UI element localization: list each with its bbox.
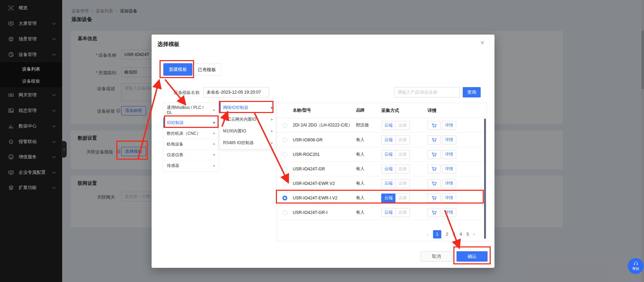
confirm-button[interactable]: 确认 — [456, 251, 488, 262]
header-collect-mode: 采集方式 — [381, 107, 427, 114]
detail-button[interactable]: 详情 — [442, 179, 456, 188]
sidebar-item-device-list[interactable]: 设备列表 — [0, 63, 62, 75]
radio-button[interactable] — [282, 138, 287, 142]
collect-edge-button[interactable]: 边缘 — [395, 208, 410, 217]
table-row[interactable]: USR-IO424T-EWR V2 有人 云端边缘 详情 — [277, 176, 487, 191]
tab-existing-template[interactable]: 已有模板 — [192, 63, 221, 76]
category-item-electromechanical[interactable]: 机电设备▶ — [163, 139, 218, 150]
radio-button-checked[interactable] — [282, 196, 287, 200]
cart-button[interactable] — [427, 208, 441, 217]
template-name-input[interactable] — [203, 87, 269, 97]
table-row[interactable]: USR-IO424T-GR-I 有人 云端边缘 详情 — [277, 205, 487, 220]
sidebar-item-device-mgmt[interactable]: 设备管理 — [0, 49, 62, 60]
collect-cloud-button[interactable]: 云端 — [381, 164, 396, 173]
table-row[interactable]: USR-ROC201 有人 云端边缘 详情 — [277, 147, 487, 162]
table-row-selected[interactable]: USR-IO424T-EWR-I V2 有人 云端边缘 详情 — [277, 191, 487, 205]
pagination-page-2[interactable]: 2 — [446, 232, 448, 237]
collect-edge-button[interactable]: 边缘 — [395, 194, 410, 203]
collect-cloud-button[interactable]: 云端 — [381, 135, 396, 144]
detail-button[interactable]: 详情 — [442, 135, 456, 144]
enterprise-icon — [8, 170, 14, 175]
cart-icon — [431, 195, 437, 201]
table-scrollbar[interactable] — [484, 119, 486, 239]
overview-icon — [8, 5, 14, 11]
table-row[interactable]: 2DI 2AI 2DO（LH-IO222-C/E） 郎汉德 云端边缘 详情 — [277, 118, 487, 133]
pagination-page-1[interactable]: 1 — [433, 230, 441, 238]
cart-button[interactable] — [427, 135, 441, 144]
category-item-sensor[interactable]: 传感器▶ — [163, 160, 218, 171]
pagination-page-3[interactable]: 3 — [453, 232, 455, 237]
table-row[interactable]: USR-IO808-GR 有人 云端边缘 详情 — [277, 133, 487, 147]
category-item-io-controller[interactable]: IO控制器▶ — [163, 118, 218, 128]
select-template-modal: 选择模板 × 新建模板 已有模板 设备模板名称 查询 通用Modbus / PL… — [152, 35, 494, 268]
cart-icon — [431, 137, 437, 143]
detail-button[interactable]: 详情 — [442, 208, 456, 217]
device-model-name: USR-IO424T-GR-I — [293, 210, 356, 215]
collect-edge-button[interactable]: 边缘 — [395, 135, 410, 144]
collect-edge-button[interactable]: 边缘 — [395, 164, 410, 173]
product-search-input[interactable] — [394, 87, 460, 97]
cart-button[interactable] — [427, 179, 441, 188]
close-icon[interactable]: × — [480, 39, 484, 47]
collect-cloud-button[interactable]: 云端 — [381, 179, 396, 188]
subcategory-item-plc-cloud-io[interactable]: PLC云网关内置IO▶ — [220, 113, 276, 125]
sidebar-item-value-services[interactable]: 增值服务 — [0, 152, 62, 162]
sidebar-item-overview[interactable]: 概览 — [0, 3, 62, 13]
collect-cloud-button[interactable]: 云端 — [381, 208, 396, 217]
sidebar-item-configuration-mgmt[interactable]: 组态管理 — [0, 105, 62, 116]
arrow-right-icon: ▶ — [213, 109, 215, 112]
arrow-right-icon: ▶ — [213, 121, 215, 124]
cancel-button[interactable]: 取消 — [421, 251, 452, 262]
cart-icon — [431, 166, 437, 172]
collect-edge-button[interactable]: 边缘 — [395, 179, 410, 188]
cart-button[interactable] — [427, 194, 441, 203]
chevron-down-icon — [52, 21, 56, 25]
detail-button[interactable]: 详情 — [442, 150, 456, 159]
device-brand: 有人 — [356, 166, 381, 172]
subcategory-item-rs485-io[interactable]: RS485 IO控制器▶ — [220, 137, 276, 149]
collect-edge-button[interactable]: 边缘 — [395, 121, 410, 130]
search-button[interactable]: 查询 — [463, 87, 481, 97]
collect-cloud-button[interactable]: 云端 — [381, 150, 396, 159]
radio-button[interactable] — [282, 181, 287, 186]
sidebar-item-alarm-linkage[interactable]: 报警联动 — [0, 137, 62, 147]
sidebar-item-screen-mgmt[interactable]: 大屏管理 — [0, 18, 62, 29]
cart-button[interactable] — [427, 121, 441, 130]
help-button[interactable]: 帮助 — [628, 258, 644, 274]
collect-edge-button[interactable]: 边缘 — [395, 150, 410, 159]
detail-button[interactable]: 详情 — [442, 164, 456, 173]
subcategory-item-m100-io[interactable]: M100内置IO▶ — [220, 125, 276, 137]
detail-button[interactable]: 详情 — [442, 121, 456, 130]
subcategory-label: PLC云网关内置IO — [223, 116, 256, 122]
radio-button[interactable] — [282, 123, 287, 128]
sidebar-item-scene-mgmt[interactable]: 场景管理 — [0, 34, 62, 44]
category-item-modbus-plc[interactable]: 通用Modbus / PLC / DL▶ — [163, 103, 218, 118]
sidebar-item-label: 概览 — [19, 5, 28, 11]
radio-button[interactable] — [282, 210, 287, 215]
category-item-instrument[interactable]: 仪器仪表▶ — [163, 150, 218, 160]
radio-button[interactable] — [282, 152, 287, 157]
collect-cloud-button[interactable]: 云端 — [381, 121, 396, 130]
sidebar-item-device-template[interactable]: 设备模板 — [0, 75, 62, 87]
cart-button[interactable] — [427, 150, 441, 159]
collect-cloud-button[interactable]: 云端 — [381, 194, 396, 203]
pagination-next-icon[interactable]: › — [473, 232, 475, 237]
table-row[interactable]: USR-IO424T-GR 有人 云端边缘 详情 — [277, 162, 487, 176]
arrow-right-icon: ▶ — [271, 106, 273, 109]
sidebar-item-data-center[interactable]: 数据中心 — [0, 121, 62, 131]
radio-button[interactable] — [282, 167, 287, 171]
subcategory-item-network-io[interactable]: 网络IO控制器▶ — [220, 102, 276, 113]
sidebar-collapse-handle[interactable]: ‹ — [61, 141, 67, 158]
pagination-page-5[interactable]: 5 — [467, 232, 469, 237]
cart-button[interactable] — [427, 164, 441, 173]
pagination-prev-icon[interactable]: ‹ — [427, 232, 429, 237]
pagination-page-4[interactable]: 4 — [460, 232, 462, 237]
device-brand: 有人 — [356, 195, 381, 201]
category-item-cnc[interactable]: 数控机床（CNC）▶ — [163, 128, 218, 139]
detail-button[interactable]: 详情 — [442, 194, 456, 203]
sidebar-item-gateway-mgmt[interactable]: 网关管理 — [0, 90, 62, 100]
sidebar-item-extensions[interactable]: 扩展功能 — [0, 182, 62, 193]
sidebar-item-enterprise-config[interactable]: 企业专属配置 — [0, 167, 62, 178]
tab-new-template[interactable]: 新建模板 — [163, 63, 192, 76]
header-brand: 品牌 — [356, 107, 381, 113]
